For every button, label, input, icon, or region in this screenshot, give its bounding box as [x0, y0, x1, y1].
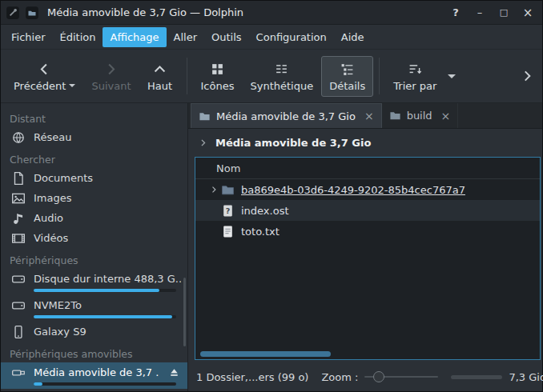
dolphin-window: Média amovible de 3,7 Gio — Dolphin ? – …	[0, 0, 543, 392]
close-button[interactable]: ×	[518, 4, 537, 22]
sidebar-item-label: Images	[34, 192, 72, 204]
chevron-up-icon	[152, 62, 167, 78]
sidebar-scrollbar-thumb[interactable]	[183, 278, 186, 346]
up-button[interactable]: Haut	[139, 56, 181, 97]
tab-label: build	[407, 110, 432, 122]
view-details-icon	[340, 62, 354, 78]
breadcrumb-location[interactable]: Média amovible de 3,7 Gio	[215, 137, 371, 149]
toolbar-separator	[187, 58, 187, 94]
sidebar-item-label: Réseau	[34, 131, 71, 143]
column-header-label: Nom	[216, 162, 240, 174]
view-compact-icon	[275, 62, 288, 78]
maximize-button[interactable]: □	[494, 4, 513, 22]
menu-edition[interactable]: Édition	[53, 27, 103, 47]
tab-close-button[interactable]: ×	[438, 110, 451, 122]
tab-close-button[interactable]: ×	[361, 110, 374, 122]
sort-by-button[interactable]: Trier par	[385, 56, 444, 97]
menubar: Fichier Édition Affichage Aller Outils C…	[1, 25, 542, 50]
sidebar-item-label: Vidéos	[34, 232, 68, 244]
forward-label: Suivant	[91, 81, 131, 91]
compact-label: Synthétique	[250, 81, 313, 91]
file-view: Nom ba869e4b-03d6-4249-9202-85b4cec767a7…	[195, 157, 541, 360]
capacity-bar	[34, 315, 176, 318]
usb-drive-icon	[11, 366, 26, 380]
harddisk-icon	[11, 298, 26, 313]
sidebar-item-audio[interactable]: Audio	[1, 208, 187, 228]
free-space-label: 7,3 Gio libre(s)	[509, 371, 543, 383]
expand-chevron-icon[interactable]	[207, 185, 221, 194]
sidebar-item-label: NVME2To	[34, 299, 82, 311]
file-name: ba869e4b-03d6-4249-9202-85b4cec767a7	[241, 184, 465, 196]
help-button[interactable]: ?	[446, 4, 465, 22]
app-icon	[25, 6, 39, 20]
capacity-bar	[34, 382, 176, 386]
details-label: Détails	[329, 81, 365, 91]
menu-aller[interactable]: Aller	[167, 27, 204, 47]
chevron-right-icon[interactable]	[198, 138, 208, 148]
file-row-index-ost[interactable]: ? index.ost	[195, 200, 540, 221]
folder-icon	[199, 110, 211, 122]
text-file-icon	[221, 225, 235, 238]
sidebar-item-reseau[interactable]: Réseau	[1, 127, 187, 147]
sidebar-item-images[interactable]: Images	[1, 188, 187, 208]
chevron-right-icon	[520, 69, 534, 83]
window-body: Distant Réseau Chercher Documents	[1, 103, 542, 391]
section-header-peripheriques-amovibles: Périphériques amovibles	[1, 342, 187, 362]
sidebar-item-videos[interactable]: Vidéos	[1, 228, 187, 248]
sort-label: Trier par	[393, 81, 436, 91]
icons-view-button[interactable]: Icônes	[193, 56, 243, 97]
sidebar-item-label: Documents	[34, 172, 93, 184]
network-icon	[11, 130, 26, 145]
menu-aide[interactable]: Aide	[334, 27, 372, 47]
column-header-nom[interactable]: Nom	[195, 158, 540, 179]
view-icons-icon	[211, 62, 224, 78]
menu-configuration[interactable]: Configuration	[249, 27, 334, 47]
forward-button[interactable]: Suivant	[83, 56, 139, 97]
sidebar-item-galaxy-s9[interactable]: Galaxy S9	[1, 322, 187, 342]
free-space-bar	[451, 375, 502, 379]
back-dropdown-caret-icon[interactable]	[69, 84, 75, 87]
section-header-peripheriques: Périphériques	[1, 248, 187, 269]
menu-affichage[interactable]: Affichage	[103, 27, 166, 47]
zoom-label: Zoom :	[321, 371, 358, 383]
eject-button[interactable]	[167, 366, 181, 380]
chevron-left-icon	[37, 62, 52, 78]
status-summary: 1 Dossier,...ers (99 o)	[196, 371, 308, 383]
file-row-toto-txt[interactable]: toto.txt	[195, 221, 540, 242]
tab-build[interactable]: build ×	[382, 103, 459, 128]
sidebar-item-media-amovible[interactable]: Média amovible de 3,7 ...	[1, 362, 187, 389]
unknown-file-icon: ?	[221, 204, 235, 218]
audio-icon	[11, 211, 26, 226]
menu-fichier[interactable]: Fichier	[4, 27, 53, 47]
sort-icon	[408, 62, 422, 78]
harddisk-icon	[11, 272, 26, 286]
minimize-button[interactable]: –	[470, 4, 489, 22]
back-button[interactable]: Précédent	[6, 56, 83, 97]
menu-outils[interactable]: Outils	[204, 27, 249, 47]
sidebar-item-documents[interactable]: Documents	[1, 168, 187, 188]
toolbar: Précédent Suivant Haut Icônes Synthét	[1, 50, 542, 103]
sidebar-item-disque-dur-interne[interactable]: Disque dur interne 488,3 G...	[1, 269, 187, 295]
folder-icon	[389, 110, 401, 122]
titlebar[interactable]: Média amovible de 3,7 Gio — Dolphin ? – …	[1, 1, 542, 25]
zoom-slider[interactable]	[364, 370, 438, 383]
sidebar-item-label: Média amovible de 3,7 ...	[34, 366, 159, 378]
breadcrumb: Média amovible de 3,7 Gio	[188, 129, 542, 157]
tabbar: Média amovible de 3,7 Gio × build ×	[188, 103, 542, 129]
sidebar-item-nvme2to[interactable]: NVME2To	[1, 295, 187, 322]
toolbar-overflow-button[interactable]	[517, 66, 537, 86]
zoom-slider-handle[interactable]	[373, 371, 384, 382]
horizontal-scrollbar-thumb[interactable]	[200, 351, 331, 357]
tool-icon	[6, 6, 20, 20]
file-row-folder[interactable]: ba869e4b-03d6-4249-9202-85b4cec767a7	[195, 179, 540, 200]
sort-dropdown-caret-icon[interactable]	[448, 74, 456, 78]
details-view-button[interactable]: Détails	[321, 56, 373, 97]
horizontal-scrollbar[interactable]	[200, 351, 535, 357]
svg-text:?: ?	[226, 206, 231, 214]
tab-media-amovible[interactable]: Média amovible de 3,7 Gio ×	[191, 103, 382, 128]
places-panel: Distant Réseau Chercher Documents	[1, 103, 188, 391]
back-label: Précédent	[14, 81, 66, 91]
compact-view-button[interactable]: Synthétique	[242, 56, 321, 97]
chevron-right-icon	[103, 62, 119, 78]
section-header-chercher: Chercher	[1, 147, 187, 168]
